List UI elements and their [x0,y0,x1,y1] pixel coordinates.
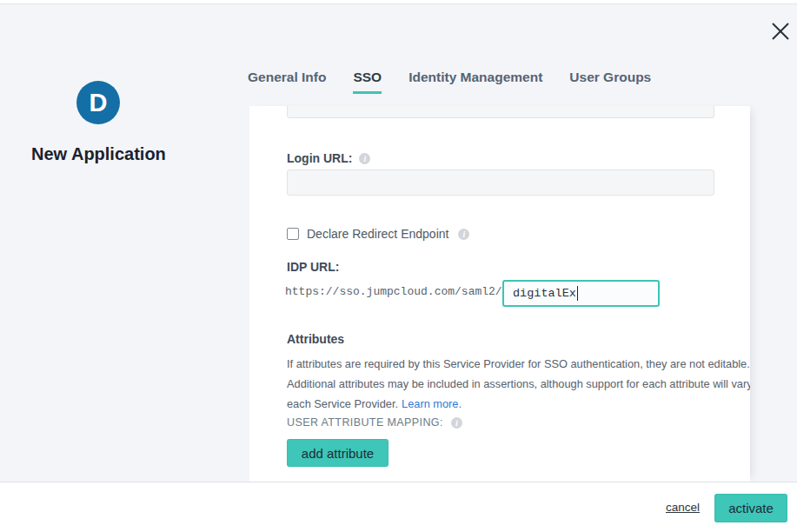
cutoff-top-input[interactable] [287,106,714,118]
app-logo-avatar: D [76,81,120,124]
attributes-description-line: Additional attributes may be included in… [287,374,721,394]
attributes-description: If attributes are required by this Servi… [287,354,721,414]
learn-more-link[interactable]: Learn more. [402,397,462,410]
idp-url-label-row: IDP URL: [287,260,339,274]
attributes-description-line: If attributes are required by this Servi… [287,354,721,374]
close-icon [770,21,791,44]
sso-form-scroll-panel[interactable]: Login URL: i Declare Redirect Endpoint i… [249,106,750,482]
user-attribute-mapping-row: USER ATTRIBUTE MAPPING: i [287,416,462,429]
user-attribute-mapping-label: USER ATTRIBUTE MAPPING: [287,416,443,429]
close-button[interactable] [768,20,793,44]
modal-footer: cancel activate [0,482,797,532]
info-icon[interactable]: i [451,417,462,429]
info-icon[interactable]: i [458,229,469,240]
attributes-description-line-text: each Service Provider. [287,397,398,410]
tab-general-info[interactable]: General Info [248,70,326,94]
tab-identity-management[interactable]: Identity Management [408,70,542,94]
new-application-modal: D New Application General Info SSO Ident… [0,0,797,532]
declare-redirect-checkbox[interactable] [287,228,299,240]
info-icon[interactable]: i [359,153,370,164]
page-title: New Application [31,144,231,164]
attributes-description-line: each Service Provider.Learn more. [287,394,721,414]
login-url-input[interactable] [287,170,714,196]
login-url-label: Login URL: [287,151,352,165]
attributes-heading: Attributes [287,332,344,346]
activate-button[interactable]: activate [714,494,787,522]
text-cursor [577,286,579,301]
tab-bar: General Info SSO Identity Management Use… [248,70,651,94]
tab-user-groups[interactable]: User Groups [569,70,651,94]
idp-url-label: IDP URL: [287,260,339,274]
login-url-label-row: Login URL: i [287,151,370,165]
add-attribute-button[interactable]: add attribute [287,439,389,467]
tab-sso[interactable]: SSO [353,70,382,94]
idp-url-suffix-input[interactable]: digitalEx [502,280,660,307]
idp-url-suffix-value: digitalEx [513,287,576,300]
idp-url-prefix: https://sso.jumpcloud.com/saml2/ [285,285,502,298]
declare-redirect-label: Declare Redirect Endpoint [307,227,448,241]
declare-redirect-row: Declare Redirect Endpoint i [287,227,469,241]
cancel-link[interactable]: cancel [666,501,700,514]
